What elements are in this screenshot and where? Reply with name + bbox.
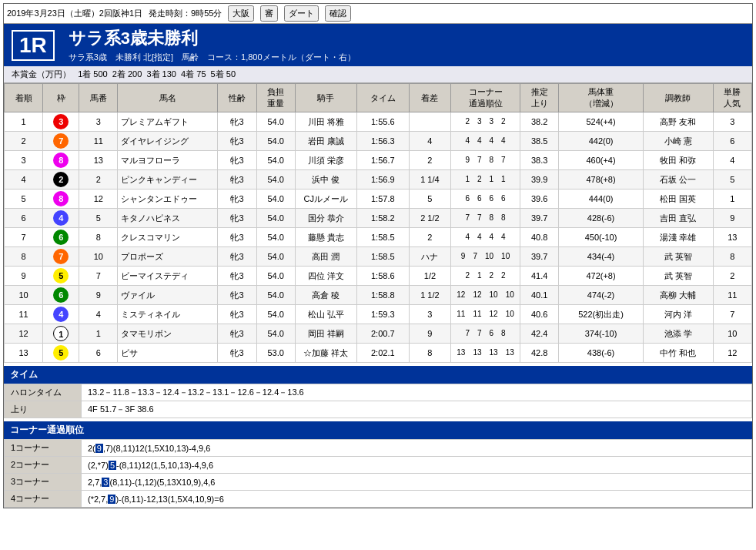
odds-cell: 10 [713,324,751,344]
col-rank: 着順 [5,84,43,112]
corner-4-label: 4コーナー [5,491,82,508]
trainer-cell: 小崎 憲 [643,132,713,151]
trainer-cell: 池添 学 [643,324,713,344]
agari-value: 4F 51.7－3F 38.6 [82,401,752,418]
name-cell: プロポーズ [118,247,218,267]
odds-cell: 11 [713,286,751,305]
waku-cell: 5 [43,344,79,363]
number-cell: 3 [79,112,118,132]
waku-cell: 4 [43,305,79,324]
trainer-cell: 高野 友和 [643,112,713,132]
trainer-cell: 武 英智 [643,247,713,267]
diff-cell: 2 [409,228,450,247]
diff-cell [409,112,450,132]
odds-cell: 4 [713,151,751,170]
odds-cell: 9 [713,209,751,228]
corner-2-highlight: 5 [109,461,116,470]
name-cell: ヴァイル [118,286,218,305]
jockey-cell: 川田 将雅 [295,112,356,132]
page-container: 2019年3月23日（土曜）2回阪神1日 発走時刻：9時55分 大阪 審 ダート… [3,3,753,508]
agari-cell: 42.4 [520,324,559,344]
col-number: 馬番 [79,84,118,112]
time-cell: 1:58.2 [356,209,409,228]
sex-cell: 牝3 [218,324,256,344]
prize-label: 本賞金（万円） [12,69,71,79]
jockey-cell: CJルメール [295,189,356,209]
body-cell: 522(初出走) [559,305,644,324]
corner-cell: 9 7 10 10 [451,247,520,267]
rank-cell: 1 [5,112,43,132]
odds-cell: 13 [713,228,751,247]
corner-cell: 6 6 6 6 [451,189,520,209]
sex-cell: 牝3 [218,267,256,286]
col-time: タイム [356,84,409,112]
agari-cell: 38.3 [520,151,559,170]
odds-cell: 3 [713,112,751,132]
waku-cell: 7 [43,132,79,151]
jockey-cell: 高田 潤 [295,247,356,267]
odds-cell: 5 [713,170,751,189]
time-cell: 1:55.6 [356,112,409,132]
number-cell: 7 [79,267,118,286]
jockey-cell: 高倉 稜 [295,286,356,305]
trainer-cell: 松田 国英 [643,189,713,209]
trainer-cell: 牧田 和弥 [643,151,713,170]
odds-cell: 12 [713,344,751,363]
sex-cell: 牝3 [218,344,256,363]
corner-4-row: 4コーナー (*2,7,9)-(8,11)-12,13(1,5X4,10,9)=… [5,491,752,508]
corner-4-highlight: 9 [108,495,115,504]
agari-cell: 39.7 [520,209,559,228]
corner-cell: 2 3 3 2 [451,112,520,132]
name-cell: シャンタンエドゥー [118,189,218,209]
rank-cell: 10 [5,286,43,305]
race-title: サラ系3歳未勝利 [69,27,356,50]
starttime-text: 発走時刻：9時55分 [149,8,222,19]
waku-cell: 3 [43,112,79,132]
corner-table: 1コーナー 2(9,7)(8,11)12(1,5X10,13)-4,9,6 2コ… [4,439,752,508]
weight-cell: 54.0 [256,324,295,344]
name-cell: クレスコマリン [118,228,218,247]
agari-row: 上り 4F 51.7－3F 38.6 [5,401,752,418]
corner-cell: 2 1 2 2 [451,267,520,286]
agari-cell: 40.1 [520,286,559,305]
weight-cell: 54.0 [256,286,295,305]
diff-cell: 9 [409,324,450,344]
race-subtitle: サラ系3歳 未勝利 北[指定] 馬齢 コース：1,800メートル（ダート・右） [69,52,356,63]
results-table: 着順 枠 馬番 馬名 性齢 負担重量 騎手 タイム 着差 コーナー通過順位 推定… [4,83,752,363]
diff-cell: ハナ [409,247,450,267]
body-cell: 474(-2) [559,286,644,305]
corner-cell: 11 11 12 10 [451,305,520,324]
dirt-button[interactable]: ダート [284,5,319,22]
agari-cell: 39.7 [520,247,559,267]
name-cell: ビサ [118,344,218,363]
check-button[interactable]: 審 [260,5,278,22]
time-cell: 1:58.6 [356,267,409,286]
agari-cell: 42.8 [520,344,559,363]
diff-cell: 8 [409,344,450,363]
sex-cell: 牝3 [218,247,256,267]
sex-cell: 牝3 [218,305,256,324]
name-cell: マルヨフローラ [118,151,218,170]
weight-cell: 54.0 [256,305,295,324]
osaka-button[interactable]: 大阪 [228,5,254,22]
confirm-button[interactable]: 確認 [325,5,351,22]
trainer-cell: 吉田 直弘 [643,209,713,228]
col-corner: コーナー通過順位 [451,84,520,112]
corner-3-label: 3コーナー [5,474,82,491]
body-cell: 478(+8) [559,170,644,189]
corner-cell: 9 7 8 7 [451,151,520,170]
rank-cell: 5 [5,189,43,209]
corner-3-value: 2,7,3(8,11)-(1,12)(5,13X10,9),4,6 [82,474,752,491]
odds-cell: 1 [713,189,751,209]
corner-section-header: コーナー通過順位 [4,421,752,439]
corner-1-highlight: 9 [95,444,103,453]
number-cell: 12 [79,189,118,209]
col-trainer: 調教師 [643,84,713,112]
table-row: 1 3 3 プレミアムギフト 牝3 54.0 川田 将雅 1:55.6 2 3 … [5,112,752,132]
col-body: 馬体重（増減） [559,84,644,112]
trainer-cell: 石坂 公一 [643,170,713,189]
weight-cell: 54.0 [256,267,295,286]
weight-cell: 54.0 [256,170,295,189]
weight-cell: 54.0 [256,189,295,209]
halon-value: 13.2－11.8－13.3－12.4－13.2－13.1－12.6－12.4－… [82,384,752,401]
